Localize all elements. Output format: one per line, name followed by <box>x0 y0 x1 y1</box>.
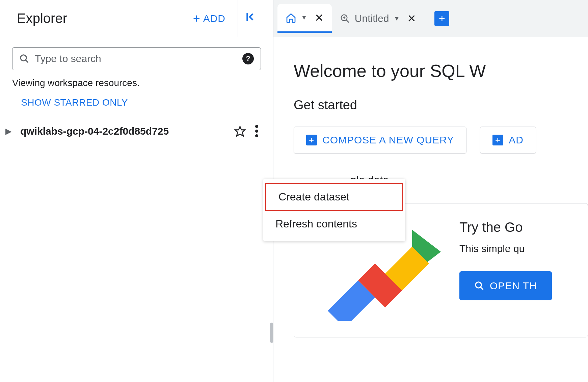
search-box[interactable]: ? <box>12 47 261 70</box>
close-tab-icon[interactable]: ✕ <box>407 12 416 25</box>
svg-point-1 <box>21 55 27 61</box>
chevron-down-icon[interactable]: ▼ <box>301 14 307 21</box>
project-tree-item[interactable]: ▶ qwiklabs-gcp-04-2c2f0d85d725 <box>5 121 261 141</box>
card-title: Try the Go <box>459 220 574 235</box>
sidebar-body: ? Viewing workspace resources. SHOW STAR… <box>0 37 273 141</box>
close-tab-icon[interactable]: ✕ <box>315 11 324 24</box>
open-button-label: OPEN TH <box>490 280 537 292</box>
home-tab[interactable]: ▼ ✕ <box>277 4 332 33</box>
compose-query-label: COMPOSE A NEW QUERY <box>322 134 454 146</box>
help-icon[interactable]: ? <box>242 53 254 64</box>
show-starred-button[interactable]: SHOW STARRED ONLY <box>12 94 137 111</box>
collapse-left-icon <box>245 11 257 23</box>
query-icon <box>340 13 350 24</box>
search-input[interactable] <box>35 53 237 64</box>
create-dataset-menu-item[interactable]: Create dataset <box>265 183 403 211</box>
plus-box-icon: + <box>306 135 317 145</box>
more-actions-icon[interactable] <box>252 125 261 137</box>
svg-line-5 <box>346 20 349 23</box>
action-buttons-row: + COMPOSE A NEW QUERY + AD <box>294 127 588 154</box>
welcome-title: Welcome to your SQL W <box>294 61 588 81</box>
plus-icon: + <box>439 12 445 25</box>
project-name-label: qwiklabs-gcp-04-2c2f0d85d725 <box>20 126 228 137</box>
viewing-resources-text: Viewing workspace resources. <box>12 78 261 88</box>
get-started-title: Get started <box>294 98 588 112</box>
sidebar-title: Explorer <box>17 11 67 26</box>
sidebar-header: Explorer + ADD <box>0 0 273 37</box>
svg-line-2 <box>26 60 28 63</box>
untitled-query-tab[interactable]: Untitled ▼ ✕ <box>332 4 425 33</box>
tab-bar: ▼ ✕ Untitled ▼ ✕ + <box>273 0 588 37</box>
svg-line-13 <box>481 287 483 290</box>
search-icon <box>19 54 29 64</box>
svg-point-12 <box>476 282 482 288</box>
project-context-menu: Create dataset Refresh contents <box>263 179 405 241</box>
star-icon[interactable] <box>234 126 246 137</box>
add-button-label: ADD <box>203 13 225 24</box>
chevron-down-icon[interactable]: ▼ <box>394 15 400 22</box>
card-description: This simple qu <box>459 243 574 254</box>
home-icon <box>286 12 296 23</box>
scrollbar-thumb[interactable] <box>270 323 273 343</box>
new-tab-button[interactable]: + <box>434 11 449 26</box>
add-data-label: AD <box>509 134 524 146</box>
add-button[interactable]: + ADD <box>188 8 231 29</box>
expand-caret-icon[interactable]: ▶ <box>5 127 14 136</box>
plus-box-icon: + <box>492 135 503 145</box>
magnify-icon <box>474 281 484 291</box>
collapse-sidebar-button[interactable] <box>238 0 264 37</box>
svg-marker-3 <box>235 126 245 136</box>
add-data-button[interactable]: + AD <box>480 127 536 154</box>
open-query-button[interactable]: OPEN TH <box>459 271 552 300</box>
tab-label: Untitled <box>355 13 389 24</box>
refresh-contents-menu-item[interactable]: Refresh contents <box>263 211 405 237</box>
explorer-sidebar: Explorer + ADD ? <box>0 0 273 382</box>
compose-query-button[interactable]: + COMPOSE A NEW QUERY <box>294 127 466 154</box>
plus-icon: + <box>193 12 201 25</box>
